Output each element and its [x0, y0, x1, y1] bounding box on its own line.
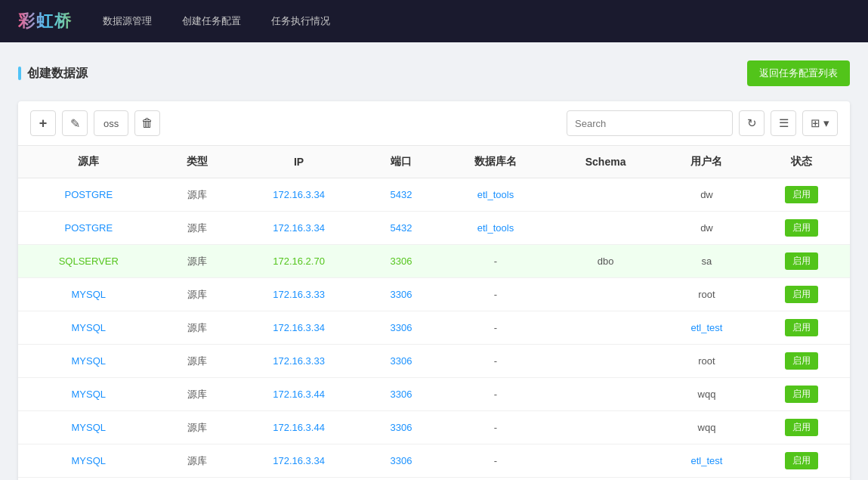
brand-logo: 彩虹桥 — [18, 10, 73, 33]
cell-ip: 172.16.2.70 — [235, 245, 363, 278]
table-row[interactable]: MYSQL 源库 172.16.3.33 3306 - root 启用 — [18, 278, 850, 311]
page-title-wrapper: 创建数据源 — [18, 66, 88, 82]
refresh-button[interactable]: ↻ — [739, 110, 765, 136]
toolbar-right: ↻ ☰ ⊞ ▾ — [567, 110, 838, 136]
cell-dbname: - — [440, 311, 551, 345]
table-row[interactable]: MYSQL 源库 172.16.3.44 3306 - wqq 启用 — [18, 378, 850, 411]
plus-icon: + — [39, 116, 48, 132]
cell-schema — [551, 178, 660, 212]
table-card: + ✎ oss 🗑 ↻ ☰ ⊞ ▾ — [18, 101, 850, 480]
chevron-down-icon: ▾ — [823, 116, 829, 130]
page-header: 创建数据源 返回任务配置列表 — [18, 60, 850, 86]
search-input[interactable] — [567, 110, 733, 136]
cell-user: etl_test — [659, 444, 753, 478]
title-bar-indicator — [18, 67, 21, 80]
cell-port: 3306 — [363, 411, 440, 444]
cell-db: MYSQL — [18, 478, 159, 481]
col-header-user: 用户名 — [659, 146, 753, 178]
cell-port: 3306 — [363, 245, 440, 278]
cell-status: 启用 — [754, 311, 851, 345]
cell-status: 启用 — [754, 178, 851, 212]
add-button[interactable]: + — [30, 110, 56, 136]
cell-schema — [551, 411, 660, 444]
cell-schema — [551, 345, 660, 378]
return-button[interactable]: 返回任务配置列表 — [747, 60, 850, 86]
cell-user: etl_test — [659, 311, 753, 345]
table-row[interactable]: MYSQL 源库 172.16.3.34 3306 - etl_test 启用 — [18, 444, 850, 478]
cell-port: 3306 — [363, 378, 440, 411]
cell-db: MYSQL — [18, 345, 159, 378]
navbar: 彩虹桥 数据源管理 创建任务配置 任务执行情况 — [0, 0, 868, 42]
edit-icon: ✎ — [70, 116, 80, 131]
cell-dbname: - — [440, 411, 551, 444]
cell-user: sa — [659, 245, 753, 278]
table-row[interactable]: MYSQL 源库 172.16.3.33 3306 - root 启用 — [18, 345, 850, 378]
cell-schema — [551, 311, 660, 345]
cell-status: 启用 — [754, 378, 851, 411]
cell-schema: dbo — [551, 245, 660, 278]
table-head: 源库 类型 IP 端口 数据库名 Schema 用户名 状态 — [18, 146, 850, 178]
cell-ip: 172.16.3.34 — [235, 444, 363, 478]
nav-links: 数据源管理 创建任务配置 任务执行情况 — [97, 11, 336, 31]
cell-port: 5432 — [363, 178, 440, 212]
cell-db: SQLSERVER — [18, 245, 159, 278]
cell-type: 源库 — [159, 245, 236, 278]
nav-datasource[interactable]: 数据源管理 — [97, 11, 158, 31]
cell-port: 3306 — [363, 478, 440, 481]
data-table: 源库 类型 IP 端口 数据库名 Schema 用户名 状态 POSTGRE 源… — [18, 146, 850, 480]
cell-db: MYSQL — [18, 378, 159, 411]
cell-dbname: - — [440, 345, 551, 378]
cell-status: 启用 — [754, 278, 851, 311]
oss-button[interactable]: oss — [94, 110, 128, 136]
table-row[interactable]: MYSQL 源库 172.16.3.44 3306 - wqq 启用 — [18, 411, 850, 444]
cell-status: 启用 — [754, 478, 851, 481]
cell-user: root — [659, 345, 753, 378]
list-view-button[interactable]: ☰ — [771, 110, 796, 136]
cell-status: 启用 — [754, 245, 851, 278]
cell-type: 源库 — [159, 278, 236, 311]
cell-db: MYSQL — [18, 444, 159, 478]
delete-icon: 🗑 — [141, 116, 153, 130]
cell-port: 3306 — [363, 311, 440, 345]
cell-status: 启用 — [754, 212, 851, 245]
grid-view-button[interactable]: ⊞ ▾ — [802, 110, 838, 136]
cell-schema — [551, 378, 660, 411]
delete-button[interactable]: 🗑 — [134, 110, 160, 136]
cell-db: MYSQL — [18, 411, 159, 444]
nav-create-task[interactable]: 创建任务配置 — [176, 11, 247, 31]
cell-dbname: - — [440, 278, 551, 311]
cell-schema — [551, 444, 660, 478]
cell-db: POSTGRE — [18, 212, 159, 245]
nav-task-status[interactable]: 任务执行情况 — [265, 11, 336, 31]
cell-dbname: etl_tools — [440, 212, 551, 245]
table-row[interactable]: MYSQL 源库 172.16.3.34 3306 - etl_test 启用 — [18, 478, 850, 481]
cell-db: MYSQL — [18, 311, 159, 345]
cell-dbname: - — [440, 478, 551, 481]
cell-user: dw — [659, 178, 753, 212]
cell-user: wqq — [659, 411, 753, 444]
table-row[interactable]: POSTGRE 源库 172.16.3.34 5432 etl_tools dw… — [18, 178, 850, 212]
table-body: POSTGRE 源库 172.16.3.34 5432 etl_tools dw… — [18, 178, 850, 481]
cell-status: 启用 — [754, 444, 851, 478]
cell-schema — [551, 278, 660, 311]
cell-db: MYSQL — [18, 278, 159, 311]
table-row[interactable]: SQLSERVER 源库 172.16.2.70 3306 - dbo sa 启… — [18, 245, 850, 278]
col-header-type: 类型 — [159, 146, 236, 178]
cell-ip: 172.16.3.34 — [235, 478, 363, 481]
cell-schema — [551, 212, 660, 245]
cell-type: 源库 — [159, 178, 236, 212]
cell-status: 启用 — [754, 411, 851, 444]
cell-user: dw — [659, 212, 753, 245]
col-header-port: 端口 — [363, 146, 440, 178]
cell-dbname: etl_tools — [440, 178, 551, 212]
cell-ip: 172.16.3.33 — [235, 278, 363, 311]
cell-dbname: - — [440, 378, 551, 411]
toolbar: + ✎ oss 🗑 ↻ ☰ ⊞ ▾ — [18, 101, 850, 146]
table-row[interactable]: MYSQL 源库 172.16.3.34 3306 - etl_test 启用 — [18, 311, 850, 345]
cell-ip: 172.16.3.34 — [235, 178, 363, 212]
cell-ip: 172.16.3.34 — [235, 212, 363, 245]
edit-button[interactable]: ✎ — [62, 110, 88, 136]
table-row[interactable]: POSTGRE 源库 172.16.3.34 5432 etl_tools dw… — [18, 212, 850, 245]
cell-ip: 172.16.3.33 — [235, 345, 363, 378]
cell-type: 源库 — [159, 212, 236, 245]
